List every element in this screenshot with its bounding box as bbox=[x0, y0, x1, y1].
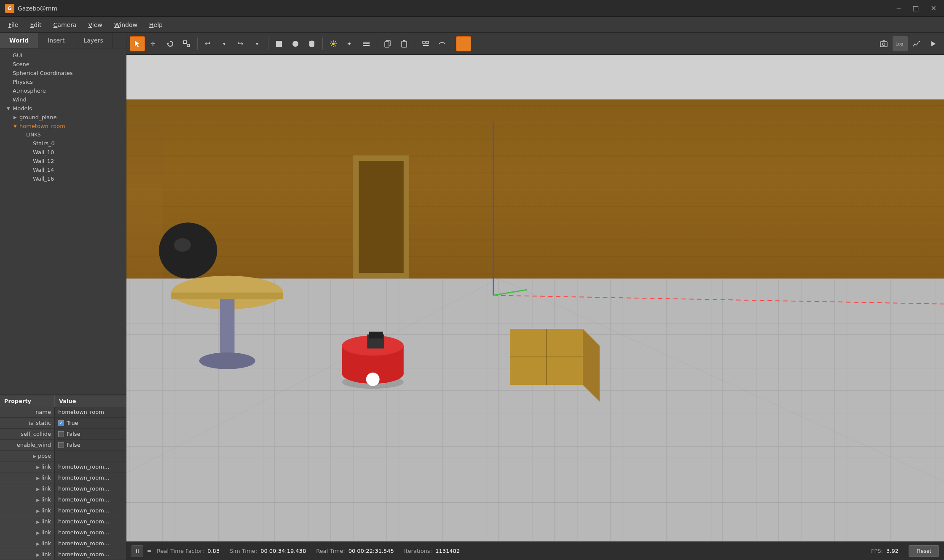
tree-item-scene[interactable]: Scene bbox=[0, 60, 126, 69]
select-tool-button[interactable] bbox=[130, 36, 145, 51]
insert-cylinder-button[interactable] bbox=[304, 36, 319, 51]
fps: FPS: 3.92 bbox=[871, 548, 898, 554]
prop-val-link-3: hometown_room... bbox=[55, 483, 126, 494]
tree-item-wall12[interactable]: Wall_12 bbox=[0, 157, 126, 165]
statusbar: ⏸ Real Time Factor: 0.83 Sim Time: 00 00… bbox=[126, 541, 944, 560]
svg-point-77 bbox=[366, 373, 380, 386]
menu-help[interactable]: Help bbox=[144, 20, 168, 30]
tree-item-gui[interactable]: GUI bbox=[0, 51, 126, 60]
tree-item-models[interactable]: ▼ Models bbox=[0, 104, 126, 113]
tree-item-ground-plane[interactable]: ▶ ground_plane bbox=[0, 113, 126, 122]
snap-button[interactable] bbox=[434, 36, 450, 51]
self-collide-checkbox[interactable] bbox=[58, 431, 64, 437]
svg-line-21 bbox=[335, 41, 336, 43]
prop-header-value: Value bbox=[55, 395, 80, 407]
svg-text:Log: Log bbox=[896, 41, 903, 46]
prop-row-pose[interactable]: ▶ pose bbox=[0, 451, 126, 461]
redo-more-button[interactable]: ▼ bbox=[250, 36, 265, 51]
property-table: Property Value name hometown_room is_sta… bbox=[0, 395, 126, 560]
prop-row-link-4[interactable]: ▶ link hometown_room... bbox=[0, 494, 126, 505]
tree-item-hometown-room[interactable]: ▼ hometown_room bbox=[0, 122, 126, 131]
log-button[interactable]: Log bbox=[893, 36, 908, 51]
prop-row-link-1[interactable]: ▶ link hometown_room... bbox=[0, 461, 126, 472]
insert-box-button[interactable] bbox=[271, 36, 287, 51]
menu-file[interactable]: File bbox=[3, 20, 23, 30]
tree-item-spherical-coords[interactable]: Spherical Coordinates bbox=[0, 69, 126, 77]
minimize-button[interactable]: ─ bbox=[894, 3, 904, 13]
reset-button[interactable]: Reset bbox=[909, 545, 939, 557]
scale-tool-button[interactable] bbox=[179, 36, 194, 51]
real-time: Real Time: 00 00:22:31.545 bbox=[316, 548, 394, 554]
prop-row-link-2[interactable]: ▶ link hometown_room... bbox=[0, 472, 126, 483]
3d-scene[interactable] bbox=[126, 55, 944, 541]
menu-edit[interactable]: Edit bbox=[25, 20, 46, 30]
app-title: Gazebo@mm bbox=[18, 5, 894, 12]
undo-more-button[interactable]: ▼ bbox=[217, 36, 232, 51]
translate-tool-button[interactable]: ✛ bbox=[146, 36, 161, 51]
prop-row-enable-wind[interactable]: enable_wind False bbox=[0, 440, 126, 451]
align-button[interactable] bbox=[418, 36, 433, 51]
tree-item-wall16[interactable]: Wall_16 bbox=[0, 174, 126, 183]
prop-row-link-3[interactable]: ▶ link hometown_room... bbox=[0, 483, 126, 494]
point-light-button[interactable] bbox=[326, 36, 341, 51]
tab-layers[interactable]: Layers bbox=[74, 33, 113, 48]
marker-button[interactable] bbox=[456, 36, 471, 51]
prop-row-link-7[interactable]: ▶ link hometown_room... bbox=[0, 527, 126, 538]
svg-rect-32 bbox=[426, 41, 429, 43]
viewport: ✛ ↩ ▼ bbox=[126, 33, 944, 560]
prop-row-link-5[interactable]: ▶ link hometown_room... bbox=[0, 505, 126, 516]
prop-header-property: Property bbox=[0, 395, 55, 407]
svg-point-69 bbox=[159, 223, 217, 279]
toolbar-sep-6 bbox=[453, 37, 453, 50]
svg-text:▼: ▼ bbox=[222, 42, 226, 46]
prop-val-link-2: hometown_room... bbox=[55, 472, 126, 483]
svg-text:✦: ✦ bbox=[347, 40, 352, 47]
prop-val-link-1: hometown_room... bbox=[55, 461, 126, 472]
world-tree: GUI Scene Spherical Coordinates Physics … bbox=[0, 48, 126, 395]
insert-sphere-button[interactable] bbox=[288, 36, 303, 51]
prop-key-name: name bbox=[0, 407, 55, 417]
prop-row-name[interactable]: name hometown_room bbox=[0, 407, 126, 418]
copy-button[interactable] bbox=[380, 36, 395, 51]
directional-light-button[interactable] bbox=[359, 36, 374, 51]
menu-camera[interactable]: Camera bbox=[48, 20, 82, 30]
paste-button[interactable] bbox=[397, 36, 412, 51]
svg-text:✛: ✛ bbox=[150, 40, 156, 47]
menu-view[interactable]: View bbox=[83, 20, 107, 30]
maximize-button[interactable]: □ bbox=[910, 3, 921, 13]
svg-rect-9 bbox=[276, 41, 282, 47]
tab-bar: World Insert Layers bbox=[0, 33, 126, 48]
prop-val-link-8: hometown_room... bbox=[55, 538, 126, 549]
tree-item-wind[interactable]: Wind bbox=[0, 95, 126, 104]
spot-light-button[interactable]: ✦ bbox=[342, 36, 357, 51]
tab-world[interactable]: World bbox=[0, 33, 38, 48]
prop-row-link-6[interactable]: ▶ link hometown_room... bbox=[0, 516, 126, 527]
prop-row-link-8[interactable]: ▶ link hometown_room... bbox=[0, 538, 126, 549]
prop-row-link-9[interactable]: ▶ link hometown_room... bbox=[0, 549, 126, 560]
tab-insert[interactable]: Insert bbox=[38, 33, 74, 48]
prop-val-name: hometown_room bbox=[55, 407, 126, 417]
menu-window[interactable]: Window bbox=[109, 20, 142, 30]
enable-wind-checkbox[interactable] bbox=[58, 442, 64, 448]
tree-item-physics[interactable]: Physics bbox=[0, 77, 126, 86]
plot-button[interactable] bbox=[909, 36, 924, 51]
close-button[interactable]: ✕ bbox=[928, 3, 939, 13]
svg-point-14 bbox=[332, 43, 335, 45]
record-button[interactable] bbox=[925, 36, 941, 51]
redo-button[interactable]: ↪ bbox=[233, 36, 249, 51]
toolbar-sep-4 bbox=[377, 37, 377, 50]
svg-rect-65 bbox=[171, 293, 283, 299]
screenshot-button[interactable] bbox=[876, 36, 891, 51]
undo-button[interactable]: ↩ bbox=[201, 36, 216, 51]
tree-item-wall10[interactable]: Wall_10 bbox=[0, 148, 126, 157]
prop-row-is-static[interactable]: is_static ✓ True bbox=[0, 418, 126, 429]
tree-item-wall14[interactable]: Wall_14 bbox=[0, 165, 126, 174]
rotate-tool-button[interactable] bbox=[163, 36, 178, 51]
is-static-checkbox[interactable]: ✓ bbox=[58, 420, 64, 426]
svg-rect-29 bbox=[402, 41, 407, 47]
tree-item-atmosphere[interactable]: Atmosphere bbox=[0, 86, 126, 95]
pause-button[interactable]: ⏸ bbox=[131, 545, 143, 557]
prop-key-link-5: ▶ link bbox=[0, 505, 55, 516]
prop-row-self-collide[interactable]: self_collide False bbox=[0, 429, 126, 440]
tree-item-stairs0[interactable]: Stairs_0 bbox=[0, 139, 126, 148]
